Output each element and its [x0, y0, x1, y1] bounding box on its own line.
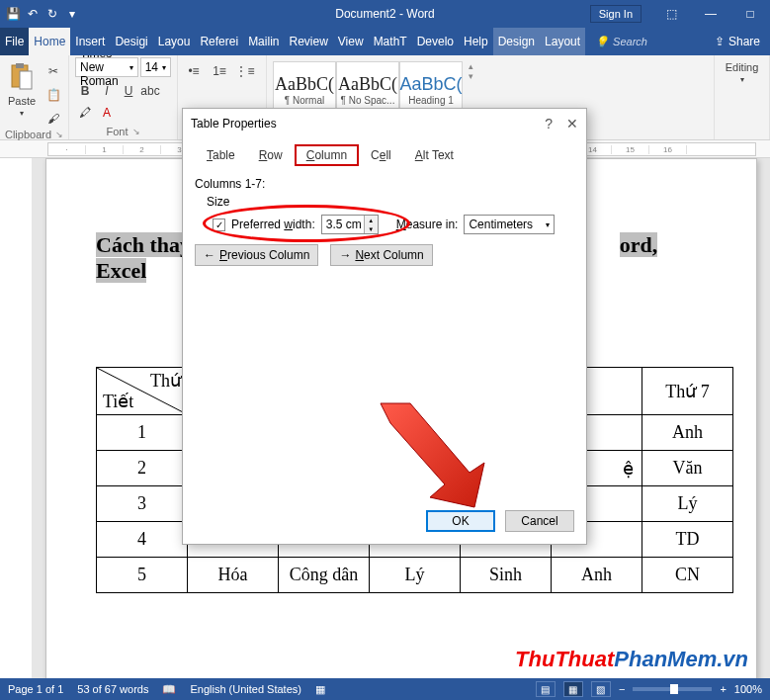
tab-file[interactable]: File	[0, 28, 29, 55]
autosave-icon[interactable]: 💾	[6, 7, 20, 21]
dlg-tab-table[interactable]: Table	[195, 144, 247, 166]
strikethrough-button[interactable]: abc	[140, 81, 160, 101]
tell-me-search[interactable]: 💡 Search	[595, 28, 647, 55]
document-title: Document2 - Word	[335, 7, 434, 21]
spinner-up-icon[interactable]: ▲	[364, 216, 378, 224]
paste-button[interactable]: Paste ▾	[6, 61, 38, 118]
cancel-button[interactable]: Cancel	[505, 510, 574, 532]
numbering-icon[interactable]: 1≡	[210, 61, 229, 81]
tab-help[interactable]: Help	[459, 28, 493, 55]
redo-icon[interactable]: ↻	[45, 7, 59, 21]
columns-range-label: Columns 1-7:	[195, 177, 574, 191]
chevron-down-icon: ▾	[20, 109, 24, 118]
spinner-down-icon[interactable]: ▼	[364, 224, 378, 233]
ribbon-tabs: File Home Insert Desigi Layou Referei Ma…	[0, 28, 770, 55]
print-layout-icon[interactable]: ▦	[563, 681, 583, 697]
styles-more-icon[interactable]: ▴▾	[469, 61, 473, 81]
lightbulb-icon: 💡	[595, 36, 609, 48]
tab-insert[interactable]: Insert	[70, 28, 110, 55]
preferred-width-checkbox[interactable]: ✓	[213, 219, 225, 231]
language-status[interactable]: English (United States)	[190, 683, 301, 695]
dlg-tab-column[interactable]: Column	[295, 144, 359, 166]
statusbar: Page 1 of 1 53 of 67 words 📖 English (Un…	[0, 678, 770, 700]
copy-icon[interactable]: 📋	[43, 85, 63, 105]
previous-column-button[interactable]: ← Previous Column	[195, 244, 318, 266]
tab-references[interactable]: Referei	[195, 28, 243, 55]
measure-in-label: Measure in:	[396, 218, 459, 231]
cut-icon[interactable]: ✂	[43, 61, 63, 81]
web-layout-icon[interactable]: ▧	[591, 681, 611, 697]
watermark: ThuThuatPhanMem.vn	[515, 647, 748, 672]
svg-rect-2	[20, 71, 32, 89]
arrow-left-icon: ←	[204, 248, 215, 262]
ribbon-display-icon[interactable]: ⬚	[651, 0, 691, 28]
tab-design[interactable]: Desigi	[110, 28, 152, 55]
help-icon[interactable]: ?	[545, 116, 553, 131]
qat-customize-icon[interactable]: ▾	[65, 7, 79, 21]
underline-button[interactable]: U	[119, 81, 138, 101]
preferred-width-label: Preferred width:	[231, 218, 315, 231]
spellcheck-icon[interactable]: 📖	[162, 683, 176, 696]
sign-in-button[interactable]: Sign In	[590, 5, 642, 23]
titlebar: 💾 ↶ ↻ ▾ Document2 - Word Sign In ⬚ — □	[0, 0, 770, 28]
zoom-slider[interactable]	[633, 687, 712, 691]
tab-developer[interactable]: Develo	[412, 28, 459, 55]
preferred-width-input[interactable]: 3.5 cm ▲ ▼	[321, 215, 379, 234]
bullets-icon[interactable]: •≡	[184, 61, 204, 81]
font-name-combo[interactable]: Times New Roman▾	[75, 57, 138, 77]
tab-mathtype[interactable]: MathT	[369, 28, 412, 55]
zoom-in-icon[interactable]: +	[720, 683, 726, 695]
next-column-button[interactable]: → Next Column	[330, 244, 432, 266]
tab-view[interactable]: View	[333, 28, 369, 55]
undo-icon[interactable]: ↶	[26, 7, 40, 21]
measure-in-combo[interactable]: Centimeters ▾	[464, 215, 555, 234]
bold-button[interactable]: B	[75, 81, 95, 101]
chevron-down-icon: ▾	[546, 220, 550, 229]
share-icon: ⇪	[715, 35, 725, 48]
table-row[interactable]: 5HóaCông dânLýSinhAnhCN	[97, 558, 733, 593]
minimize-icon[interactable]: —	[691, 0, 730, 28]
zoom-out-icon[interactable]: −	[619, 683, 625, 695]
table-properties-dialog: Table Properties ? ✕ Table Row Column Ce…	[182, 108, 587, 545]
dialog-title: Table Properties	[191, 117, 277, 131]
editing-button[interactable]: Editing ▾	[723, 61, 762, 84]
dlg-tab-cell[interactable]: Cell	[359, 144, 403, 166]
zoom-level[interactable]: 100%	[734, 683, 762, 695]
ok-button[interactable]: OK	[426, 510, 495, 532]
font-size-combo[interactable]: 14▾	[140, 57, 171, 77]
maximize-icon[interactable]: □	[730, 0, 770, 28]
multilevel-icon[interactable]: ⋮≡	[235, 61, 255, 81]
tab-table-layout[interactable]: Layout	[540, 28, 585, 55]
italic-button[interactable]: I	[97, 81, 117, 101]
read-mode-icon[interactable]: ▤	[536, 681, 556, 697]
format-painter-icon[interactable]: 🖌	[43, 109, 63, 129]
share-button[interactable]: ⇪ Share	[715, 28, 760, 55]
paste-icon	[6, 61, 38, 93]
group-editing: Editing ▾	[715, 55, 770, 139]
macro-icon[interactable]: ▦	[315, 683, 325, 696]
clipboard-launcher-icon[interactable]: ↘	[55, 130, 63, 139]
svg-rect-1	[16, 63, 24, 68]
size-group-label: Size	[207, 195, 574, 209]
tab-mailings[interactable]: Mailin	[243, 28, 284, 55]
tab-layout[interactable]: Layou	[153, 28, 196, 55]
arrow-right-icon: →	[339, 248, 351, 262]
dialog-tabs: Table Row Column Cell Alt Text	[195, 144, 574, 167]
font-color-button[interactable]: A	[97, 103, 117, 123]
font-launcher-icon[interactable]: ↘	[132, 127, 140, 136]
tab-review[interactable]: Review	[284, 28, 332, 55]
word-count[interactable]: 53 of 67 words	[77, 683, 148, 695]
page-number[interactable]: Page 1 of 1	[8, 683, 63, 695]
tab-home[interactable]: Home	[29, 28, 70, 55]
tab-table-design[interactable]: Design	[493, 28, 540, 55]
dialog-titlebar[interactable]: Table Properties ? ✕	[183, 109, 586, 138]
dlg-tab-alttext[interactable]: Alt Text	[403, 144, 466, 166]
dlg-tab-row[interactable]: Row	[247, 144, 295, 166]
highlight-button[interactable]: 🖍	[75, 103, 95, 123]
group-font: Times New Roman▾ 14▾ B I U abc 🖍 A Font↘	[69, 55, 178, 139]
chevron-down-icon: ▾	[740, 75, 744, 84]
close-icon[interactable]: ✕	[566, 116, 578, 131]
group-clipboard: Paste ▾ ✂ 📋 🖌 Clipboard↘	[0, 55, 69, 139]
